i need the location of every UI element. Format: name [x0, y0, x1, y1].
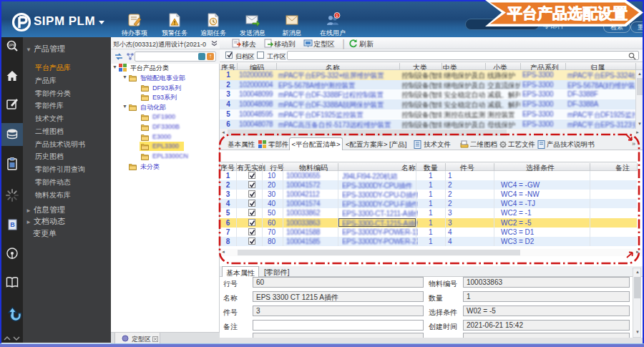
svg-text:B: B — [10, 221, 15, 228]
svg-text:SIPM: SIPM — [7, 44, 15, 47]
svg-text:平台产品选配设置: 平台产品选配设置 — [507, 5, 628, 21]
